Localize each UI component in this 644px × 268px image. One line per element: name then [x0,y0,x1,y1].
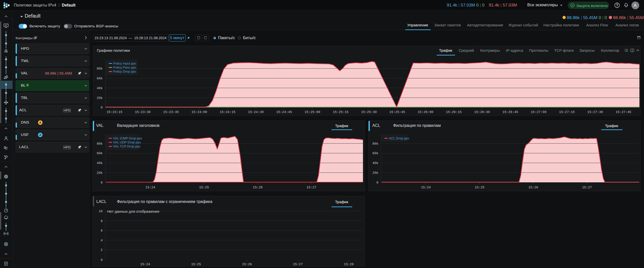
svg-text:15:27: 15:27 [293,262,303,266]
svg-text:15:26:00: 15:26:00 [418,110,433,114]
svg-text:15:27: 15:27 [582,186,592,189]
svg-text:2: 2 [101,248,103,252]
svg-text:20k: 20k [97,171,103,175]
svg-text:15:25:15: 15:25:15 [333,110,348,114]
svg-text:60k: 60k [97,77,103,80]
svg-text:15:24: 15:24 [421,186,431,189]
svg-text:VAL TCP Drop pps: VAL TCP Drop pps [113,144,141,148]
svg-text:15:26: 15:26 [242,262,252,266]
svg-text:Policy Input pps: Policy Input pps [113,62,136,65]
svg-text:15:23:45: 15:23:45 [163,110,179,114]
svg-text:4: 4 [101,239,103,242]
svg-text:6: 6 [101,229,103,233]
svg-text:15:27:45: 15:27:45 [616,110,631,114]
svg-text:60k: 60k [373,151,379,155]
svg-text:15:23:15: 15:23:15 [107,110,122,114]
svg-text:40k: 40k [97,86,103,90]
svg-text:20k: 20k [97,96,103,100]
svg-text:60k: 60k [97,151,103,155]
svg-text:15:27:30: 15:27:30 [587,110,603,114]
svg-text:80k: 80k [373,142,379,146]
svg-text:80k: 80k [97,142,103,146]
svg-text:15:25:30: 15:25:30 [361,110,377,114]
svg-text:15:25:45: 15:25:45 [389,110,405,114]
svg-text:15:26:45: 15:26:45 [502,110,518,114]
svg-text:10: 10 [99,209,103,213]
svg-text:0: 0 [376,181,378,185]
svg-text:15:27:00: 15:27:00 [531,110,546,114]
svg-text:15:24: 15:24 [140,262,150,266]
svg-text:20k: 20k [373,171,379,175]
svg-text:ACL Drop pps: ACL Drop pps [389,136,410,140]
svg-text:0: 0 [101,258,103,262]
svg-text:Policy Pass pps: Policy Pass pps [113,66,136,69]
svg-text:40k: 40k [97,161,103,165]
svg-text:0: 0 [101,181,103,185]
svg-text:15:24:00: 15:24:00 [191,110,207,114]
svg-text:15:26: 15:26 [528,186,538,189]
svg-text:0: 0 [101,106,103,110]
svg-text:15:24:45: 15:24:45 [276,110,292,114]
svg-text:15:25: 15:25 [191,262,201,266]
svg-text:80k: 80k [97,67,103,71]
svg-text:VAL ICMP Drop pps: VAL ICMP Drop pps [113,136,142,140]
svg-text:15:27:15: 15:27:15 [559,110,575,114]
svg-text:15:26:15: 15:26:15 [446,110,462,114]
svg-text:15:26: 15:26 [253,186,263,189]
svg-text:40k: 40k [373,161,379,165]
svg-text:15:24:15: 15:24:15 [220,110,235,114]
svg-text:15:25:00: 15:25:00 [305,110,320,114]
svg-text:8: 8 [101,219,103,223]
svg-text:Нет данных для отображения: Нет данных для отображения [107,209,159,213]
svg-text:VAL UDP Drop pps: VAL UDP Drop pps [113,140,141,144]
svg-text:15:25: 15:25 [199,186,209,189]
svg-text:15:28: 15:28 [344,262,354,266]
svg-text:15:27: 15:27 [307,186,316,189]
svg-text:15:24:30: 15:24:30 [248,110,264,114]
svg-text:15:23:30: 15:23:30 [135,110,150,114]
svg-text:15:25: 15:25 [475,186,485,189]
svg-text:Policy Drop pps: Policy Drop pps [113,70,136,73]
svg-text:15:24: 15:24 [145,186,155,189]
svg-text:15:26:30: 15:26:30 [474,110,490,114]
